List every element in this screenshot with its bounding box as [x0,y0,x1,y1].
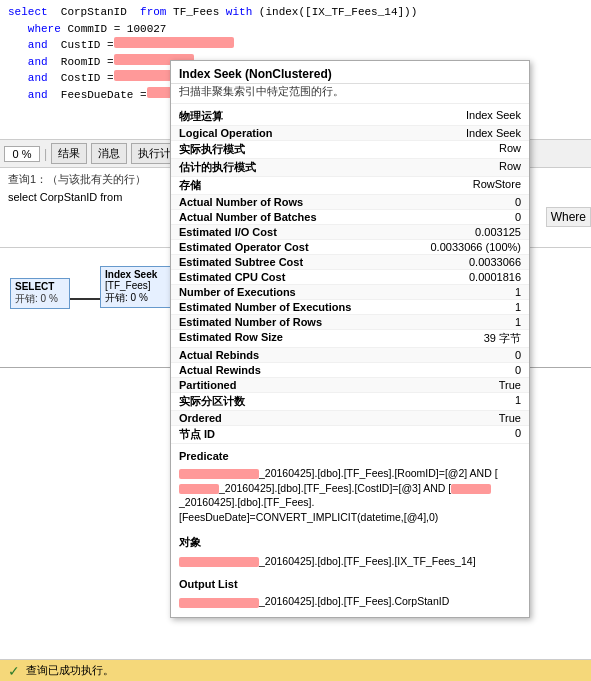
actual-rewinds-label: Actual Rewinds [179,364,261,376]
actual-exec-mode-value: Row [245,142,521,157]
predicate-section-header: Predicate [171,446,529,464]
actual-batches-label: Actual Number of Batches [179,211,317,223]
est-operator-label: Estimated Operator Cost [179,241,309,253]
tooltip-row-actual-partition: 实际分区计数 1 [171,393,529,411]
toolbar-divider: | [44,147,47,161]
where-label: Where [546,207,591,227]
messages-tab-btn[interactable]: 消息 [91,143,127,164]
sql-line-2: where CommID = 100027 [8,21,583,38]
zoom-level: 0 % [4,146,40,162]
tooltip-row-est-io: Estimated I/O Cost 0.003125 [171,225,529,240]
est-io-label: Estimated I/O Cost [179,226,277,238]
est-row-size-value: 39 字节 [283,331,521,346]
tooltip-subtitle: 扫描非聚集索引中特定范围的行。 [171,84,529,104]
est-cpu-label: Estimated CPU Cost [179,271,285,283]
tooltip-row-actual-rebinds: Actual Rebinds 0 [171,348,529,363]
ordered-label: Ordered [179,412,222,424]
status-bar: ✓ 查询已成功执行。 [0,659,591,681]
tooltip-row-actual-batches: Actual Number of Batches 0 [171,210,529,225]
partitioned-value: True [236,379,521,391]
sql-editor-background: select CorpStanID from TF_Fees with (ind… [0,0,591,681]
tooltip-row-est-num-rows: Estimated Number of Rows 1 [171,315,529,330]
tooltip-row-ordered: Ordered True [171,411,529,426]
select-node: SELECT 开销: 0 % [10,278,70,309]
predicate-text: _20160425].[dbo].[TF_Fees].[RoomID]=[@2]… [171,464,529,529]
est-io-value: 0.003125 [277,226,521,238]
est-operator-value: 0.0033066 (100%) [309,241,521,253]
ordered-value: True [222,412,521,424]
est-exec-mode-value: Row [256,160,521,175]
est-num-rows-value: 1 [322,316,521,328]
actual-rebinds-label: Actual Rebinds [179,349,259,361]
tooltip-row-actual-rows: Actual Number of Rows 0 [171,195,529,210]
sql-line-3: and CustID = [8,37,583,54]
node-id-value: 0 [215,427,521,442]
tooltip-panel: Index Seek (NonClustered) 扫描非聚集索引中特定范围的行… [170,60,530,618]
tooltip-row-storage: 存储 RowStore [171,177,529,195]
tooltip-row-physical: 物理运算 Index Seek [171,108,529,126]
output-section-header: Output List [171,574,529,592]
tooltip-row-node-id: 节点 ID 0 [171,426,529,444]
node-id-label: 节点 ID [179,427,215,442]
tooltip-row-num-exec: Number of Executions 1 [171,285,529,300]
physical-op-label: 物理运算 [179,109,223,124]
object-section-header: 对象 [171,531,529,552]
tooltip-row-est-num-exec: Estimated Number of Executions 1 [171,300,529,315]
results-tab-btn[interactable]: 结果 [51,143,87,164]
tooltip-title: Index Seek (NonClustered) [171,61,529,84]
actual-rows-label: Actual Number of Rows [179,196,303,208]
tooltip-body[interactable]: 物理运算 Index Seek Logical Operation Index … [171,104,529,617]
object-text: _20160425].[dbo].[TF_Fees].[IX_TF_Fees_1… [171,552,529,573]
logical-op-label: Logical Operation [179,127,273,139]
est-num-rows-label: Estimated Number of Rows [179,316,322,328]
storage-value: RowStore [201,178,521,193]
partitioned-label: Partitioned [179,379,236,391]
actual-rebinds-value: 0 [259,349,521,361]
est-exec-mode-label: 估计的执行模式 [179,160,256,175]
status-text: 查询已成功执行。 [26,663,114,678]
num-exec-label: Number of Executions [179,286,296,298]
tooltip-row-est-subtree: Estimated Subtree Cost 0.0033066 [171,255,529,270]
actual-exec-mode-label: 实际执行模式 [179,142,245,157]
est-subtree-label: Estimated Subtree Cost [179,256,303,268]
tooltip-row-logical: Logical Operation Index Seek [171,126,529,141]
tooltip-row-est-cpu: Estimated CPU Cost 0.0001816 [171,270,529,285]
tooltip-row-actual-exec: 实际执行模式 Row [171,141,529,159]
tooltip-row-est-row-size: Estimated Row Size 39 字节 [171,330,529,348]
status-icon: ✓ [8,663,20,679]
est-num-exec-label: Estimated Number of Executions [179,301,351,313]
est-subtree-value: 0.0033066 [303,256,521,268]
actual-partition-label: 实际分区计数 [179,394,245,409]
tooltip-row-actual-rewinds: Actual Rewinds 0 [171,363,529,378]
actual-rewinds-value: 0 [261,364,521,376]
arrow-line [70,298,100,300]
tooltip-row-est-operator: Estimated Operator Cost 0.0033066 (100%) [171,240,529,255]
storage-label: 存储 [179,178,201,193]
actual-partition-value: 1 [245,394,521,409]
sql-line-1: select CorpStanID from TF_Fees with (ind… [8,4,583,21]
actual-rows-value: 0 [303,196,521,208]
tooltip-row-est-exec: 估计的执行模式 Row [171,159,529,177]
est-num-exec-value: 1 [351,301,521,313]
physical-op-value: Index Seek [223,109,521,124]
est-cpu-value: 0.0001816 [285,271,521,283]
est-row-size-label: Estimated Row Size [179,331,283,346]
num-exec-value: 1 [296,286,521,298]
logical-op-value: Index Seek [273,127,521,139]
output-text: _20160425].[dbo].[TF_Fees].CorpStanID [171,592,529,613]
actual-batches-value: 0 [317,211,521,223]
tooltip-row-partitioned: Partitioned True [171,378,529,393]
